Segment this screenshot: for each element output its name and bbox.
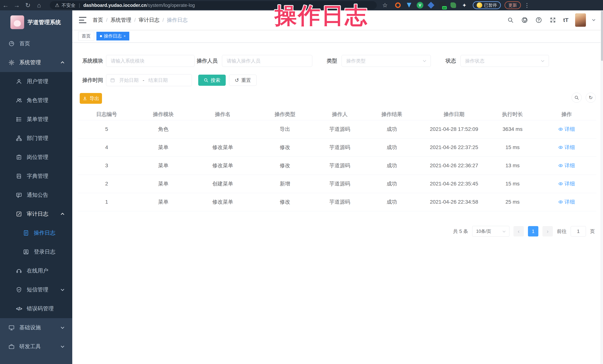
detail-link[interactable]: 详细: [558, 144, 575, 151]
detail-link[interactable]: 详细: [558, 126, 575, 133]
table-row: 5 角色 导出 芋道源码 成功 2021-04-28 17:52:09 3634…: [78, 120, 596, 138]
browser-back-icon[interactable]: ←: [0, 2, 11, 9]
sidebar-logo-row[interactable]: 芋道管理系统: [0, 11, 72, 34]
col-result: 操作结果: [364, 109, 420, 120]
prev-page-button[interactable]: ‹: [513, 226, 524, 236]
chevron-left-icon: ‹: [518, 228, 520, 234]
col-module: 操作模块: [135, 109, 191, 120]
extension-switch-icon[interactable]: on: [439, 2, 446, 9]
chevron-down-icon: [541, 59, 544, 62]
gear-icon: [8, 59, 15, 66]
browser-toolbar: ← → ↻ ⌂ ⚠ 不安全 | dashboard.yudao.iocoder.…: [0, 0, 603, 11]
browser-home-icon[interactable]: ⌂: [34, 2, 45, 9]
badge-icon: [15, 154, 23, 160]
module-input[interactable]: [106, 55, 194, 67]
sidebar-item-sms-management[interactable]: 短信管理: [0, 280, 72, 299]
extension-orange-icon[interactable]: [394, 2, 401, 9]
sidebar-toggle-icon[interactable]: [79, 17, 86, 23]
chevron-down-icon[interactable]: [592, 18, 595, 21]
extension-v-icon[interactable]: V: [417, 2, 423, 9]
browser-update-button[interactable]: 更新: [505, 1, 521, 9]
tab-operate-log[interactable]: 操作日志 ×: [96, 32, 129, 41]
scrollbar-thumb[interactable]: [601, 11, 603, 61]
system-management-submenu: 用户管理 角色管理 菜单管理 部门管理 岗位管理: [0, 72, 72, 318]
sidebar-item-error-code[interactable]: </> 错误码管理: [0, 299, 72, 318]
eye-icon: [558, 145, 563, 150]
browser-reload-icon[interactable]: ↻: [22, 1, 34, 9]
next-page-button[interactable]: ›: [543, 226, 553, 236]
col-name: 操作名: [191, 109, 254, 120]
detail-link[interactable]: 详细: [558, 199, 575, 206]
github-icon[interactable]: [521, 16, 528, 24]
extension-gem-icon[interactable]: [428, 2, 435, 9]
module-label: 系统模块: [79, 55, 103, 67]
breadcrumb-system[interactable]: 系统管理: [111, 17, 131, 23]
url-divider: |: [79, 3, 80, 8]
extension-leaf-icon[interactable]: [450, 2, 457, 9]
sidebar-item-post-management[interactable]: 岗位管理: [0, 148, 72, 167]
emoji-face-icon: [477, 2, 482, 8]
detail-link[interactable]: 详细: [558, 162, 575, 169]
avatar[interactable]: [575, 13, 586, 27]
detail-link[interactable]: 详细: [558, 180, 575, 187]
pagination: 共 5 条 10条/页 ‹ 1 › 前往 页: [453, 226, 595, 237]
sidebar-item-login-log[interactable]: 登录日志: [0, 243, 72, 261]
sidebar-item-user-management[interactable]: 用户管理: [0, 72, 72, 91]
extension-pin-icon[interactable]: [406, 2, 413, 9]
sidebar-item-system-management[interactable]: 系统管理: [0, 53, 72, 72]
address-bar[interactable]: ⚠ 不安全 | dashboard.yudao.iocoder.cn/syste…: [50, 1, 377, 9]
goto-page-input[interactable]: [571, 226, 586, 236]
date-range-picker[interactable]: 开始日期 - 结束日期: [106, 74, 192, 86]
search-button[interactable]: 搜索: [198, 75, 226, 86]
status-select[interactable]: 操作状态: [461, 55, 549, 67]
refresh-icon: ↺: [235, 77, 239, 83]
sidebar-item-dept-management[interactable]: 部门管理: [0, 129, 72, 148]
sidebar-item-dict-management[interactable]: 字典管理: [0, 167, 72, 186]
tab-home[interactable]: 首页: [78, 32, 94, 41]
scrollbar[interactable]: [601, 11, 603, 364]
sidebar-item-home[interactable]: 首页: [0, 34, 72, 53]
paused-extension-pill[interactable]: 已暂停: [473, 1, 501, 9]
audit-log-icon: [15, 211, 23, 217]
reset-button[interactable]: ↺ 重置: [229, 75, 256, 86]
eye-icon: [558, 181, 563, 186]
chevron-right-icon: ›: [547, 228, 549, 234]
sidebar-item-menu-management[interactable]: 菜单管理: [0, 110, 72, 129]
browser-menu-icon[interactable]: ⋮: [524, 2, 530, 9]
bookmark-star-icon[interactable]: ☆: [382, 2, 388, 9]
sidebar: 芋道管理系统 首页 系统管理 用户管理 角色管理: [0, 11, 72, 364]
browser-forward-icon[interactable]: →: [11, 2, 22, 9]
type-select[interactable]: 操作类型: [342, 55, 431, 67]
sidebar-item-online-users[interactable]: 在线用户: [0, 261, 72, 280]
font-size-icon[interactable]: tT: [563, 17, 568, 23]
goto-label: 前往: [557, 228, 567, 235]
sidebar-item-announcement[interactable]: 通知公告: [0, 186, 72, 205]
table-header-row: 日志编号 操作模块 操作名 操作类型 操作人 操作结果 操作日期 执行时长 操作: [78, 109, 596, 120]
refresh-table-button[interactable]: ↻: [586, 93, 596, 103]
export-button[interactable]: 导出: [80, 93, 102, 104]
extensions-puzzle-icon[interactable]: ✦: [461, 2, 468, 9]
sidebar-item-audit-log[interactable]: 审计日志: [0, 205, 72, 223]
navbar-actions: tT: [507, 13, 603, 27]
extension-icons: V on ✦: [394, 2, 468, 9]
fullscreen-icon[interactable]: [549, 16, 557, 24]
close-icon[interactable]: ×: [124, 34, 126, 38]
operator-input[interactable]: [222, 55, 312, 67]
pagination-total: 共 5 条: [453, 228, 468, 235]
breadcrumb-home[interactable]: 首页: [93, 17, 103, 23]
chevron-up-icon: [61, 213, 64, 216]
toggle-search-button[interactable]: [572, 93, 582, 103]
chevron-down-icon: [503, 230, 506, 232]
sidebar-item-role-management[interactable]: 角色管理: [0, 91, 72, 110]
eye-icon: [558, 163, 563, 168]
page-size-select[interactable]: 10条/页: [472, 226, 509, 237]
sidebar-item-dev-tools[interactable]: 研发工具: [0, 337, 72, 356]
breadcrumb-audit-log[interactable]: 审计日志: [139, 17, 160, 23]
help-icon[interactable]: [535, 16, 543, 24]
page-1-button[interactable]: 1: [528, 226, 538, 236]
org-tree-icon: [15, 135, 23, 142]
search-icon[interactable]: [507, 16, 514, 24]
sidebar-item-operate-log[interactable]: 操作日志: [0, 223, 72, 243]
sidebar-item-infrastructure[interactable]: 基础设施: [0, 318, 72, 337]
url-path: /system/log/operate-log: [147, 3, 195, 8]
